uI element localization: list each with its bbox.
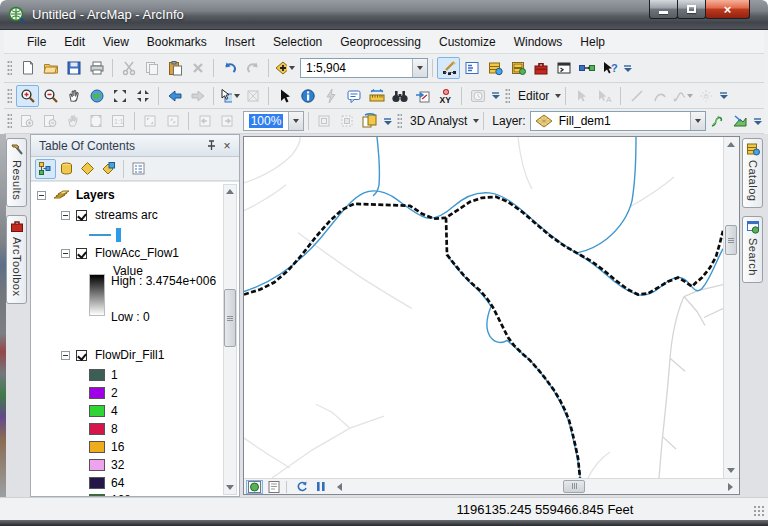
hyperlink-tool[interactable] <box>319 85 342 107</box>
toolbar-grip[interactable] <box>7 88 12 104</box>
toolbar-grip[interactable] <box>7 60 12 76</box>
forward-extent-button[interactable] <box>186 85 209 107</box>
toc-close-button[interactable]: × <box>219 138 235 154</box>
new-map-button[interactable] <box>16 57 39 79</box>
close-button[interactable]: × <box>705 0 750 19</box>
streams-arc-checkbox[interactable] <box>76 210 87 221</box>
modelbuilder-button[interactable] <box>575 57 598 79</box>
menu-bookmarks[interactable]: Bookmarks <box>138 32 216 52</box>
minimize-button[interactable] <box>649 0 678 19</box>
trace-tool[interactable] <box>671 85 694 107</box>
scroll-down-button[interactable] <box>725 464 737 477</box>
layout-back-extent[interactable] <box>193 110 216 132</box>
undo-button[interactable] <box>218 57 241 79</box>
layout-forward-extent[interactable] <box>216 110 239 132</box>
collapse-icon[interactable] <box>61 211 70 220</box>
map-scale-combo[interactable]: 1:5,904 <box>300 58 428 78</box>
fixed-zoom-in-button[interactable] <box>108 85 131 107</box>
zoom-whole-page[interactable] <box>84 110 107 132</box>
pan-tool[interactable] <box>62 85 85 107</box>
table-of-contents-button[interactable] <box>460 57 483 79</box>
menu-file[interactable]: File <box>18 32 55 52</box>
delete-button[interactable] <box>186 57 209 79</box>
time-slider-button[interactable] <box>466 85 489 107</box>
flowacc-label[interactable]: FlowAcc_Flow1 <box>95 246 179 260</box>
collapse-icon[interactable] <box>61 249 70 258</box>
clear-selection-button[interactable] <box>241 85 264 107</box>
list-by-drawing-order-button[interactable] <box>35 159 56 179</box>
editor-toolbar-toggle[interactable] <box>437 57 460 79</box>
layout-zoom-in[interactable] <box>16 110 39 132</box>
pin-icon[interactable] <box>203 138 219 154</box>
toc-scrollbar[interactable] <box>223 184 237 495</box>
toolbar-overflow-button[interactable] <box>381 111 394 131</box>
menu-geoprocessing[interactable]: Geoprocessing <box>331 32 430 52</box>
open-button[interactable] <box>39 57 62 79</box>
toolbar-overflow-button[interactable] <box>621 58 634 78</box>
zoom-100-percent[interactable]: 1:1 <box>107 110 130 132</box>
pause-drawing-button[interactable] <box>312 480 329 494</box>
analyst-3d-menu-button[interactable]: 3D Analyst <box>406 114 471 128</box>
map-vertical-scrollbar[interactable] <box>723 137 739 478</box>
select-features-tool[interactable] <box>218 85 241 107</box>
toolbar-overflow-button[interactable] <box>489 86 502 106</box>
scroll-left-button[interactable] <box>331 480 348 494</box>
arc-segment-tool[interactable] <box>648 85 671 107</box>
flowacc-row[interactable]: FlowAcc_Flow1 <box>61 246 179 260</box>
go-to-xy-tool[interactable]: XY <box>434 85 457 107</box>
menu-help[interactable]: Help <box>571 32 614 52</box>
title-bar[interactable]: Untitled - ArcMap - ArcInfo × <box>0 0 768 30</box>
find-tool[interactable] <box>388 85 411 107</box>
menu-customize[interactable]: Customize <box>430 32 505 52</box>
list-by-selection-button[interactable] <box>98 159 119 179</box>
focus-data-frame[interactable] <box>336 110 359 132</box>
results-tab[interactable]: Results <box>6 138 27 207</box>
edit-annotation-tool[interactable]: A <box>593 85 616 107</box>
flowdir-row[interactable]: FlowDir_Fill1 <box>61 348 164 362</box>
catalog-tab[interactable]: Catalog <box>742 138 763 208</box>
map-canvas[interactable] <box>244 137 723 478</box>
back-extent-button[interactable] <box>163 85 186 107</box>
toc-header[interactable]: Table Of Contents × <box>31 135 239 157</box>
add-data-button[interactable] <box>273 57 296 79</box>
layers-root-row[interactable]: Layers <box>37 188 115 202</box>
analyst-toolbar-grip[interactable] <box>397 113 402 129</box>
streams-arc-label[interactable]: streams arc <box>95 208 158 222</box>
menu-insert[interactable]: Insert <box>216 32 264 52</box>
menu-view[interactable]: View <box>94 32 138 52</box>
select-elements-tool[interactable] <box>273 85 296 107</box>
arctoolbox-button[interactable] <box>529 57 552 79</box>
reshape-tool[interactable] <box>694 85 717 107</box>
add-data-dropdown[interactable] <box>289 66 295 70</box>
straight-segment-tool[interactable] <box>625 85 648 107</box>
scroll-up-button[interactable] <box>725 138 737 151</box>
fixed-zoom-out-button[interactable] <box>131 85 154 107</box>
steepest-path-button[interactable] <box>728 110 751 132</box>
layout-view-button[interactable] <box>265 480 282 494</box>
layout-zoom-dropdown[interactable] <box>288 112 303 130</box>
search-tab[interactable]: Search <box>742 216 763 283</box>
zoom-in-tool[interactable] <box>16 85 39 107</box>
flowdir-label[interactable]: FlowDir_Fill1 <box>95 348 164 362</box>
layout-fixed-zoom-in[interactable] <box>139 110 162 132</box>
zoom-out-tool[interactable] <box>39 85 62 107</box>
arctoolbox-tab[interactable]: ArcToolbox <box>6 215 27 303</box>
identify-tool[interactable] <box>296 85 319 107</box>
collapse-icon[interactable] <box>61 351 70 360</box>
layout-fixed-zoom-out[interactable] <box>161 110 184 132</box>
edit-tool[interactable] <box>570 85 593 107</box>
html-popup-tool[interactable] <box>342 85 365 107</box>
save-button[interactable] <box>62 57 85 79</box>
toolbar-overflow-button[interactable] <box>751 111 764 131</box>
trace-dropdown[interactable] <box>687 94 693 98</box>
arccatalog-button[interactable] <box>506 57 529 79</box>
map-scale-value[interactable]: 1:5,904 <box>301 61 412 75</box>
scrollbar-thumb[interactable] <box>224 289 236 347</box>
editor-toolbar-grip[interactable] <box>505 88 510 104</box>
resize-grip[interactable] <box>753 505 765 517</box>
layout-zoom-value[interactable]: 100% <box>249 114 284 128</box>
toolbar-grip[interactable] <box>7 113 12 129</box>
print-button[interactable] <box>85 57 108 79</box>
collapse-icon[interactable] <box>37 191 46 200</box>
list-by-visibility-button[interactable] <box>77 159 98 179</box>
